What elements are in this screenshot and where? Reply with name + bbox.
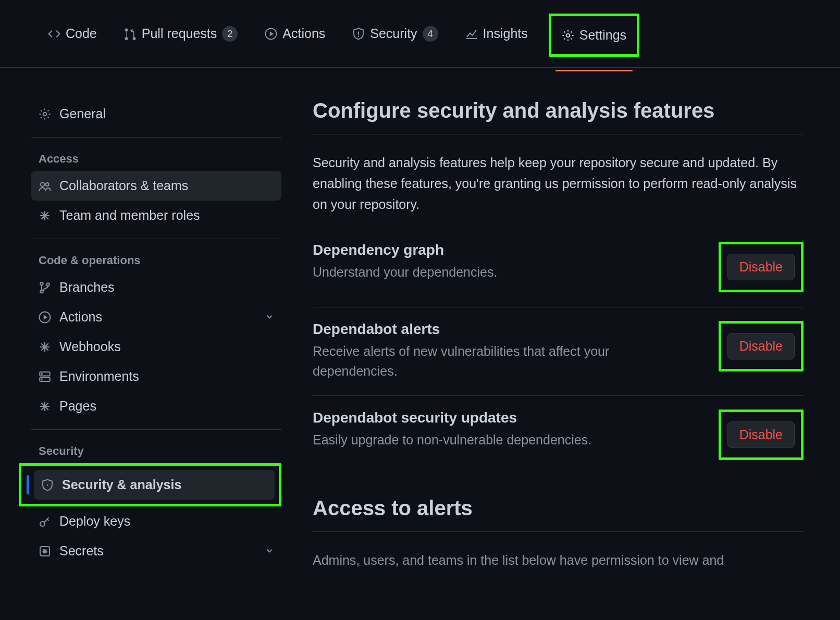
svg-point-14: [41, 379, 42, 380]
feature-desc: Easily upgrade to non-vulnerable depende…: [313, 430, 591, 450]
tab-pr-label: Pull requests: [142, 26, 217, 41]
sidebar-security-analysis-label: Security & analysis: [62, 477, 181, 492]
chevron-down-icon: [265, 309, 274, 325]
asterisk-icon: [39, 341, 51, 353]
feature-title: Dependabot security updates: [313, 410, 591, 426]
highlight-settings: Settings: [549, 14, 639, 57]
sidebar-actions-label: Actions: [59, 309, 102, 325]
svg-point-3: [566, 33, 570, 37]
people-icon: [39, 180, 51, 192]
sidebar-general-label: General: [59, 106, 106, 121]
access-alerts-title: Access to alerts: [313, 497, 804, 520]
svg-point-6: [46, 183, 49, 186]
svg-point-2: [358, 35, 359, 36]
sidebar-heading-access: Access: [31, 146, 281, 171]
sidebar-collaborators-label: Collaborators & teams: [59, 178, 188, 193]
security-count-badge: 4: [423, 26, 438, 42]
repo-tabs: Code Pull requests 2 Actions Security 4 …: [0, 0, 840, 68]
highlight-disable-dep-graph: Disable: [719, 242, 804, 292]
git-branch-icon: [39, 281, 51, 294]
git-pull-request-icon: [124, 28, 137, 40]
sidebar-item-general[interactable]: General: [31, 99, 281, 129]
tab-code-label: Code: [66, 26, 97, 41]
sidebar-secrets-label: Secrets: [59, 543, 104, 559]
svg-point-15: [47, 484, 48, 485]
key-icon: [39, 515, 51, 528]
sidebar-item-team-roles[interactable]: Team and member roles: [31, 201, 281, 230]
disable-button-dependabot-alerts[interactable]: Disable: [727, 333, 795, 359]
asterisk-icon: [39, 400, 51, 413]
highlight-disable-dependabot-updates: Disable: [719, 410, 804, 460]
server-icon: [39, 370, 51, 383]
pr-count-badge: 2: [222, 26, 238, 42]
sidebar-team-roles-label: Team and member roles: [59, 208, 200, 223]
tab-settings[interactable]: Settings: [555, 18, 633, 52]
sidebar-item-pages[interactable]: Pages: [31, 391, 281, 421]
page-title: Configure security and analysis features: [313, 99, 804, 122]
gear-icon: [562, 29, 574, 42]
disable-button-dep-graph[interactable]: Disable: [727, 254, 795, 280]
tab-code[interactable]: Code: [42, 17, 103, 51]
asterisk-icon: [39, 209, 51, 222]
graph-icon: [465, 28, 478, 40]
sidebar-deploy-keys-label: Deploy keys: [59, 514, 130, 529]
svg-point-5: [41, 182, 45, 187]
sidebar-environments-label: Environments: [59, 369, 139, 384]
play-circle-icon: [265, 28, 277, 40]
main-content: Configure security and analysis features…: [313, 99, 819, 571]
code-icon: [48, 28, 60, 40]
shield-alert-icon: [352, 28, 365, 40]
svg-point-4: [43, 112, 47, 116]
sidebar-branches-label: Branches: [59, 280, 115, 295]
feature-dependabot-security-updates: Dependabot security updates Easily upgra…: [313, 395, 804, 475]
tab-settings-label: Settings: [579, 28, 626, 43]
tab-actions[interactable]: Actions: [258, 17, 331, 51]
disable-button-dependabot-updates[interactable]: Disable: [727, 421, 795, 448]
tab-security-label: Security: [370, 26, 417, 41]
svg-point-13: [41, 373, 42, 374]
access-alerts-body: Admins, users, and teams in the list bel…: [313, 550, 804, 571]
tab-insights-label: Insights: [483, 26, 528, 41]
sidebar-webhooks-label: Webhooks: [59, 339, 121, 354]
svg-point-7: [40, 282, 43, 284]
tab-actions-label: Actions: [282, 26, 325, 41]
svg-point-9: [46, 283, 49, 286]
feature-dependency-graph: Dependency graph Understand your depende…: [313, 238, 804, 307]
sidebar-item-collaborators[interactable]: Collaborators & teams: [31, 171, 281, 201]
divider: [313, 531, 804, 532]
play-circle-icon: [39, 311, 51, 324]
sidebar-item-webhooks[interactable]: Webhooks: [31, 332, 281, 362]
tab-insights[interactable]: Insights: [459, 17, 534, 51]
tab-pull-requests[interactable]: Pull requests 2: [118, 17, 244, 51]
divider: [313, 134, 804, 134]
feature-dependabot-alerts: Dependabot alerts Receive alerts of new …: [313, 307, 804, 395]
settings-sidebar: General Access Collaborators & teams Tea…: [31, 99, 281, 571]
tab-security[interactable]: Security 4: [346, 17, 444, 51]
sidebar-heading-codeops: Code & operations: [31, 247, 281, 272]
feature-title: Dependency graph: [313, 242, 497, 258]
svg-point-8: [40, 290, 43, 292]
intro-text: Security and analysis features help keep…: [313, 152, 804, 215]
feature-desc: Receive alerts of new vulnerabilities th…: [313, 342, 688, 381]
key-asterisk-icon: [39, 545, 51, 557]
divider: [31, 429, 281, 430]
chevron-down-icon: [265, 543, 274, 559]
sidebar-item-branches[interactable]: Branches: [31, 272, 281, 302]
sidebar-pages-label: Pages: [59, 399, 96, 414]
divider: [31, 239, 281, 239]
highlight-security-analysis: Security & analysis: [19, 463, 281, 506]
sidebar-item-environments[interactable]: Environments: [31, 362, 281, 391]
sidebar-item-deploy-keys[interactable]: Deploy keys: [31, 506, 281, 536]
feature-desc: Understand your dependencies.: [313, 263, 497, 282]
sidebar-item-actions[interactable]: Actions: [31, 302, 281, 332]
sidebar-item-secrets[interactable]: Secrets: [31, 536, 281, 566]
sidebar-heading-security: Security: [31, 438, 281, 463]
feature-title: Dependabot alerts: [313, 321, 688, 338]
sidebar-item-security-analysis[interactable]: Security & analysis: [34, 470, 275, 500]
divider: [31, 137, 281, 138]
gear-icon: [39, 108, 51, 120]
highlight-disable-dependabot-alerts: Disable: [719, 321, 804, 371]
shield-icon: [41, 479, 54, 491]
